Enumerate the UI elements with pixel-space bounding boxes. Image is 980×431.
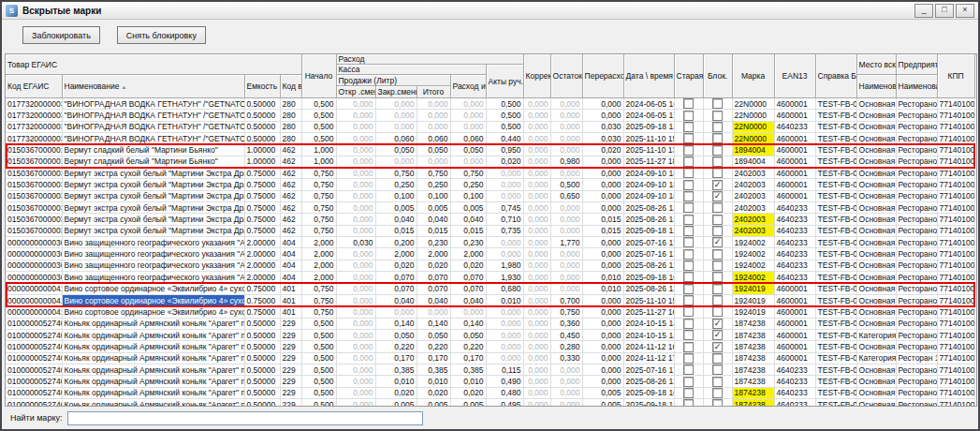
cell-n[interactable]: Коньяк ординарный Армянский коньяк "Араг… bbox=[62, 318, 244, 329]
cell-old[interactable] bbox=[674, 190, 703, 201]
cell-e[interactable]: 0,000 bbox=[450, 98, 486, 110]
cell-bl[interactable] bbox=[703, 156, 732, 167]
table-row[interactable]: 01773200000031"ВИНОГРАДНАЯ ВОДКА ГЕТНАТУ… bbox=[6, 133, 974, 144]
maximize-button[interactable]: □ bbox=[935, 4, 954, 18]
cell-o[interactable]: 0,000 bbox=[336, 133, 375, 144]
cell-cl[interactable]: 0,005 bbox=[375, 202, 417, 214]
block-checkbox[interactable]: ✓ bbox=[712, 180, 723, 190]
cell-a[interactable]: 0,000 bbox=[486, 190, 523, 201]
cell-co[interactable]: Рестораноф bbox=[896, 98, 937, 110]
cell-cr[interactable]: 0,000 bbox=[523, 387, 550, 398]
cell-kpp[interactable]: 771401001 bbox=[937, 329, 974, 340]
cell-a[interactable]: 0,440 bbox=[486, 133, 523, 144]
cell-o[interactable]: 0,000 bbox=[336, 341, 375, 352]
cell-pl[interactable]: Основная bbox=[856, 133, 896, 144]
cell-pl[interactable]: Основная bbox=[856, 98, 896, 110]
cell-d[interactable]: 2024-10-15 14:2 bbox=[623, 318, 674, 329]
cell-b[interactable]: 0,750 bbox=[301, 179, 336, 190]
cell-kpp[interactable]: 771401001 bbox=[937, 272, 974, 283]
cell-o[interactable]: 0,000 bbox=[336, 329, 375, 340]
old-checkbox[interactable] bbox=[683, 260, 694, 271]
cell-a[interactable]: 0,500 bbox=[486, 121, 523, 132]
cell-m[interactable]: 1924002 bbox=[732, 260, 774, 271]
cell-o[interactable]: 0,000 bbox=[336, 179, 375, 190]
cell-cl[interactable]: 0,040 bbox=[375, 294, 417, 305]
cell-t[interactable]: 0,000 bbox=[417, 156, 450, 167]
cell-b[interactable]: 0,750 bbox=[301, 214, 336, 225]
cell-t[interactable]: 0,000 bbox=[417, 306, 450, 318]
cell-cl[interactable]: 0,100 bbox=[375, 190, 417, 201]
cell-b[interactable]: 2,000 bbox=[301, 272, 336, 283]
cell-n[interactable]: Вино сортовое ординарное «Эквилибрио 4» … bbox=[62, 306, 244, 318]
cell-t[interactable]: 0,100 bbox=[417, 190, 450, 201]
cell-pl[interactable]: Основная bbox=[856, 260, 896, 271]
cell-e[interactable]: 0,230 bbox=[450, 237, 486, 248]
cell-ov[interactable]: 0,000 bbox=[582, 329, 623, 340]
cell-e[interactable]: 0,385 bbox=[450, 364, 486, 375]
cell-d[interactable]: 2025-11-10 13:2 bbox=[623, 144, 674, 156]
cell-c[interactable]: 01773200000031 bbox=[6, 133, 62, 144]
block-checkbox[interactable] bbox=[712, 249, 723, 260]
cell-t[interactable]: 0,020 bbox=[417, 260, 450, 271]
cell-r[interactable]: 0,000 bbox=[550, 364, 582, 375]
cell-cl[interactable]: 0,020 bbox=[375, 387, 417, 398]
cell-a[interactable]: 0,000 bbox=[486, 352, 523, 364]
cell-old[interactable] bbox=[674, 283, 703, 294]
cell-a[interactable]: 0,000 bbox=[486, 306, 523, 318]
cell-n[interactable]: "ВИНОГРАДНАЯ ВОДКА ГЕТНАТУН" /"GETNATOUN… bbox=[62, 133, 244, 144]
cell-cap[interactable]: 0.75000 bbox=[244, 283, 280, 294]
cell-k[interactable]: 229 bbox=[280, 376, 301, 387]
cell-d[interactable]: 2025-09-18 12:5 bbox=[623, 398, 674, 407]
cell-bl[interactable] bbox=[703, 121, 732, 132]
cell-c[interactable]: 01000000527400 bbox=[6, 352, 62, 364]
old-checkbox[interactable] bbox=[683, 226, 694, 236]
block-checkbox[interactable] bbox=[712, 295, 723, 305]
cell-b[interactable]: 2,000 bbox=[301, 237, 336, 248]
cell-a[interactable]: 1,980 bbox=[486, 260, 523, 271]
cell-cap[interactable]: 0.75000 bbox=[244, 179, 280, 190]
cell-k[interactable]: 404 bbox=[280, 260, 301, 271]
cell-n[interactable]: Вино защищенного географического указани… bbox=[62, 260, 244, 271]
cell-ref[interactable]: TEST-FB-00 bbox=[815, 294, 856, 305]
cell-kpp[interactable]: 771401001 bbox=[937, 237, 974, 248]
cell-o[interactable]: 0,000 bbox=[336, 121, 375, 132]
cell-n[interactable]: Вермут экстра сухой белый "Мартини Экстр… bbox=[62, 190, 244, 201]
cell-ov[interactable]: 0,000 bbox=[582, 168, 623, 179]
table-row[interactable]: 01503670000034Вермут экстра сухой белый … bbox=[6, 190, 974, 201]
cell-t[interactable]: 0,020 bbox=[417, 387, 450, 398]
cell-cap[interactable]: 1.00000 bbox=[244, 144, 280, 156]
cell-k[interactable]: 229 bbox=[280, 398, 301, 407]
cell-d[interactable]: 2024-09-10 18:0 bbox=[623, 168, 674, 179]
cell-t[interactable]: 0,000 bbox=[417, 121, 450, 132]
cell-ref[interactable]: TEST-FB-00 bbox=[815, 306, 856, 318]
cell-ean[interactable]: 4600001 bbox=[774, 144, 815, 156]
cell-kpp[interactable]: 771401001 bbox=[937, 306, 974, 318]
cell-cap[interactable]: 0.75000 bbox=[244, 190, 280, 201]
cell-ref[interactable]: TEST-FB-00 bbox=[815, 341, 856, 352]
header-col-block[interactable]: Блок. bbox=[703, 54, 732, 98]
cell-ean[interactable]: 4600001 bbox=[774, 133, 815, 144]
cell-e[interactable]: 0,250 bbox=[450, 179, 486, 190]
cell-bl[interactable] bbox=[703, 168, 732, 179]
cell-pl[interactable]: Основная bbox=[856, 318, 896, 329]
cell-ean[interactable]: 4640233 bbox=[774, 387, 815, 398]
cell-ref[interactable]: TEST-FB-00 bbox=[815, 329, 856, 340]
cell-r[interactable]: 0,000 bbox=[550, 248, 582, 260]
cell-ean[interactable]: 4640233 bbox=[774, 398, 815, 407]
table-row[interactable]: 01773200000031"ВИНОГРАДНАЯ ВОДКА ГЕТНАТУ… bbox=[6, 98, 974, 110]
cell-kpp[interactable]: 771401001 bbox=[937, 341, 974, 352]
block-checkbox[interactable] bbox=[712, 111, 723, 121]
cell-r[interactable]: 0,000 bbox=[550, 144, 582, 156]
cell-pl[interactable]: Основная bbox=[856, 376, 896, 387]
cell-r[interactable]: 0,000 bbox=[550, 202, 582, 214]
cell-pl[interactable]: Основная bbox=[856, 398, 896, 407]
cell-ean[interactable]: 4640233 bbox=[774, 248, 815, 260]
cell-r[interactable]: 1,770 bbox=[550, 237, 582, 248]
cell-bl[interactable]: ✓ bbox=[703, 237, 732, 248]
cell-m[interactable]: 1874238 bbox=[732, 364, 774, 375]
cell-ref[interactable]: TEST-FB-00 bbox=[815, 272, 856, 283]
cell-cr[interactable]: 0,000 bbox=[523, 329, 550, 340]
cell-ref[interactable]: TEST-FB-00 bbox=[815, 283, 856, 294]
cell-n[interactable]: Вино защищенного географического указани… bbox=[62, 272, 244, 283]
cell-m[interactable]: 1874238 bbox=[732, 352, 774, 364]
